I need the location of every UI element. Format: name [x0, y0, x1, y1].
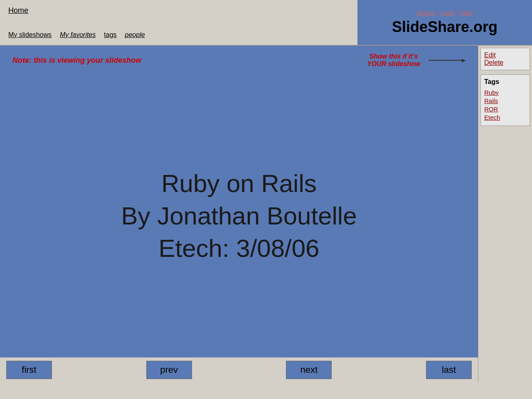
nav-row: My slideshows My favorites tags people: [8, 31, 349, 39]
auth-links: Signup / Login / Help: [417, 10, 473, 16]
slide-line-1: Ruby on Rails: [121, 167, 357, 200]
slide-title: Ruby on Rails By Jonathan Boutelle Etech…: [121, 167, 357, 265]
home-link[interactable]: Home: [8, 6, 28, 15]
main-area: Note: this is viewing your slideshow Sho…: [0, 46, 532, 382]
next-button[interactable]: next: [286, 361, 332, 379]
show-slideshow-text: Show this if it's YOUR slideshow: [367, 53, 420, 68]
tags-panel: Tags Ruby Rails ROR Etech: [480, 74, 530, 126]
header-right: Signup / Login / Help SlideShare.org: [357, 0, 532, 45]
slide-and-nav: Note: this is viewing your slideshow Sho…: [0, 46, 478, 382]
prev-button[interactable]: prev: [146, 361, 192, 379]
tag-rails[interactable]: Rails: [484, 97, 526, 104]
header-left: Home My slideshows My favorites tags peo…: [0, 0, 357, 45]
login-link[interactable]: Login: [441, 10, 455, 16]
site-title: SlideShare.org: [392, 18, 498, 36]
last-button[interactable]: last: [426, 361, 472, 379]
tags-link[interactable]: tags: [104, 31, 116, 39]
slide-content: Ruby on Rails By Jonathan Boutelle Etech…: [0, 75, 478, 357]
header: Home My slideshows My favorites tags peo…: [0, 0, 532, 46]
first-button[interactable]: first: [6, 361, 52, 379]
slide-container: Note: this is viewing your slideshow Sho…: [0, 46, 478, 357]
top-row: Home: [8, 6, 349, 15]
sidebar: Edit Delete Tags Ruby Rails ROR Etech: [478, 46, 532, 382]
delete-link[interactable]: Delete: [484, 59, 503, 66]
arrow-icon: [429, 57, 466, 63]
auth-separator-2: /: [457, 10, 459, 16]
slide-note-bar: Note: this is viewing your slideshow Sho…: [0, 46, 478, 75]
edit-link[interactable]: Edit: [484, 52, 496, 59]
auth-separator-1: /: [437, 10, 438, 16]
slide-line-3: Etech: 3/08/06: [121, 232, 357, 265]
signup-link[interactable]: Signup: [417, 10, 435, 16]
edit-delete-panel: Edit Delete: [480, 48, 530, 70]
nav-buttons-bar: first prev next last: [0, 357, 478, 382]
tags-header: Tags: [484, 78, 526, 86]
slide-line-2: By Jonathan Boutelle: [121, 200, 357, 232]
tag-ror[interactable]: ROR: [484, 106, 526, 113]
show-slideshow-info: Show this if it's YOUR slideshow: [367, 53, 466, 68]
my-favorites-link[interactable]: My favorites: [60, 31, 96, 39]
slide-note-text: Note: this is viewing your slideshow: [12, 56, 141, 65]
help-link[interactable]: Help: [461, 10, 473, 16]
tag-etech[interactable]: Etech: [484, 114, 526, 121]
people-link[interactable]: people: [125, 31, 145, 39]
tag-ruby[interactable]: Ruby: [484, 89, 526, 96]
my-slideshows-link[interactable]: My slideshows: [8, 31, 52, 39]
